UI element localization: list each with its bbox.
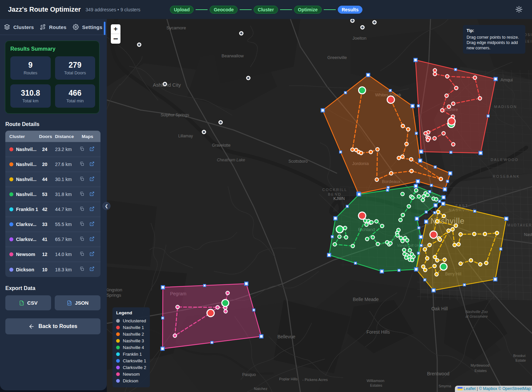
svg-text:Springs: Springs <box>107 293 121 298</box>
svg-text:Williamson: Williamson <box>366 379 384 383</box>
svg-text:Scottsboro: Scottsboro <box>288 159 308 164</box>
svg-text:Bearwallow: Bearwallow <box>222 53 244 58</box>
svg-text:Cheatham Lake: Cheatham Lake <box>217 158 245 162</box>
svg-text:Sulphur Springs: Sulphur Springs <box>161 113 189 117</box>
svg-text:Bellevue: Bellevue <box>277 334 295 339</box>
svg-text:Nashville Zoo: Nashville Zoo <box>466 310 488 314</box>
svg-text:Forest Hills: Forest Hills <box>366 329 390 335</box>
svg-text:Ashland City: Ashland City <box>153 82 181 88</box>
svg-text:Brookvi: Brookvi <box>513 354 526 358</box>
svg-text:COCKRILL: COCKRILL <box>322 188 347 192</box>
svg-text:BEND: BEND <box>328 192 342 196</box>
svg-text:Joelton: Joelton <box>352 36 366 41</box>
svg-text:Myrtlewood: Myrtlewood <box>471 363 489 367</box>
svg-text:Nash: Nash <box>524 232 532 237</box>
svg-text:Pasquo: Pasquo <box>242 372 256 377</box>
svg-text:Belle Meade: Belle Meade <box>353 297 379 302</box>
svg-text:Natchez: Natchez <box>254 387 267 391</box>
svg-text:Gravelotte: Gravelotte <box>212 143 231 148</box>
svg-text:Kingston: Kingston <box>107 287 122 292</box>
svg-text:Sycamore: Sycamore <box>167 25 186 30</box>
svg-text:Oak Hill: Oak Hill <box>431 306 448 311</box>
svg-text:at Grassmere: at Grassmere <box>466 314 488 318</box>
svg-text:KJWN: KJWN <box>333 196 345 201</box>
svg-text:DSI: DSI <box>524 33 532 37</box>
svg-text:ROSEBANK: ROSEBANK <box>493 174 520 178</box>
svg-text:DALEWOOD: DALEWOOD <box>491 158 519 162</box>
svg-text:MUDTAVERN: MUDTAVERN <box>507 223 532 227</box>
svg-text:Estates: Estates <box>370 383 382 387</box>
svg-text:Amqui: Amqui <box>501 77 513 82</box>
svg-text:Estate: Estate <box>515 358 526 362</box>
svg-text:Brentwood: Brentwood <box>427 371 450 376</box>
svg-text:Lillamay: Lillamay <box>178 134 193 138</box>
svg-text:- Pickens Acres: - Pickens Acres <box>302 378 328 382</box>
svg-text:MADISON: MADISON <box>494 105 517 109</box>
svg-text:Smyrna: Smyrna <box>439 384 452 388</box>
svg-text:Estates: Estates <box>475 369 487 373</box>
svg-text:Poplar Hills: Poplar Hills <box>279 377 298 381</box>
svg-text:EEI: EEI <box>524 40 532 43</box>
svg-text:Greenville: Greenville <box>327 55 347 60</box>
